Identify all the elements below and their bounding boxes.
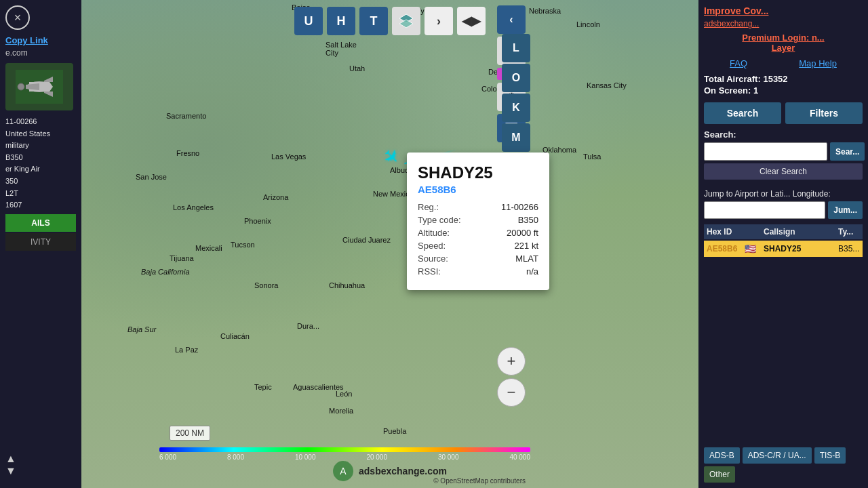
popup-type-value: B350 xyxy=(518,215,538,225)
faq-link[interactable]: FAQ xyxy=(730,58,747,68)
panel-btn-l[interactable]: L xyxy=(502,34,530,62)
popup-row-type: Type code: B350 xyxy=(418,215,538,225)
jump-row: Jum... xyxy=(704,201,863,219)
popup-type-label: Type code: xyxy=(418,215,461,225)
col-hexid: Hex ID xyxy=(704,227,745,237)
popup-rssi-value: n/a xyxy=(526,266,538,277)
popup-reg-label: Reg.: xyxy=(418,202,439,212)
aircraft-thumbnail xyxy=(5,63,73,110)
popup-rssi-label: RSSI: xyxy=(418,266,441,277)
source-tab-adsc[interactable]: ADS-C/R / UA... xyxy=(743,447,812,464)
premium-login-link[interactable]: Premium Login: n... Layer xyxy=(704,33,863,53)
activity-button[interactable]: IVITY xyxy=(5,233,76,251)
zoom-out-button[interactable]: − xyxy=(497,378,526,407)
altitude-bar-container: 6 000 8 000 10 000 20 000 30 000 40 000 xyxy=(159,447,530,461)
popup-row-speed: Speed: 221 kt xyxy=(418,241,538,251)
row-type: B35... xyxy=(835,244,863,253)
aircraft-popup: SHADY25 AE58B6 Reg.: 11-00266 Type code:… xyxy=(407,152,549,290)
adsb-link[interactable]: adsbexchang... xyxy=(704,19,863,28)
source-tab-adsb[interactable]: ADS-B xyxy=(704,447,740,464)
panel-btn-m[interactable]: M xyxy=(502,123,530,152)
toolbar-btn-h[interactable]: H xyxy=(327,7,355,35)
sidebar-icao: 1607 xyxy=(5,199,76,211)
source-tab-other[interactable]: Other xyxy=(704,466,735,483)
stats-onscreen: On Screen: 1 xyxy=(704,85,863,96)
right-sidebar: Improve Cov... adsbexchang... Premium Lo… xyxy=(698,0,868,488)
source-tabs: ADS-B ADS-C/R / UA... TIS-B Other xyxy=(704,447,863,483)
sidebar-up-arrow[interactable]: ▲ xyxy=(5,453,16,465)
aircraft-image-svg xyxy=(16,70,63,104)
row-flag: 🇺🇸 xyxy=(745,243,761,254)
toolbar-btn-u[interactable]: U xyxy=(294,7,323,35)
map-toolbar: U H T › ◀▶ xyxy=(294,7,486,35)
col-type: Ty... xyxy=(835,227,863,237)
details-button[interactable]: AILS xyxy=(5,214,76,232)
popup-speed-value: 221 kt xyxy=(515,241,538,251)
search-label: Search: xyxy=(704,129,863,140)
osm-text: © OpenStreetMap contributers xyxy=(433,477,526,485)
sidebar-down-arrow[interactable]: ▼ xyxy=(5,465,16,477)
altitude-labels: 6 000 8 000 10 000 20 000 30 000 40 000 xyxy=(159,453,530,461)
osm-attribution: © OpenStreetMap contributers xyxy=(433,477,526,485)
row-callsign: SHADY25 xyxy=(761,244,835,253)
popup-row-altitude: Altitude: 20000 ft xyxy=(418,228,538,238)
watermark-logo: A xyxy=(333,461,353,481)
sidebar-type-code: B350 xyxy=(5,152,76,164)
popup-altitude-value: 20000 ft xyxy=(507,228,538,238)
sidebar-military: military xyxy=(5,140,76,152)
alt-label-3: 20 000 xyxy=(366,453,387,461)
toolbar-btn-double[interactable]: ◀▶ xyxy=(457,7,486,35)
alt-label-4: 30 000 xyxy=(438,453,459,461)
scale-bar: 200 NM xyxy=(170,426,210,441)
svg-marker-8 xyxy=(399,20,413,28)
filters-button[interactable]: Filters xyxy=(785,102,863,124)
search-row: Sear... xyxy=(704,142,863,161)
toolbar-btn-layers[interactable] xyxy=(392,7,420,35)
improve-cov-link[interactable]: Improve Cov... xyxy=(704,5,863,16)
popup-altitude-label: Altitude: xyxy=(418,228,450,238)
source-tab-tisb[interactable]: TIS-B xyxy=(814,447,846,464)
right-links: FAQ Map Help xyxy=(704,58,863,68)
alt-label-0: 6 000 xyxy=(159,453,176,461)
clear-search-button[interactable]: Clear Search xyxy=(704,163,863,180)
alt-label-2: 10 000 xyxy=(295,453,316,461)
action-buttons: Search Filters xyxy=(704,102,863,124)
table-header: Hex ID Callsign Ty... xyxy=(704,224,863,239)
map-help-link[interactable]: Map Help xyxy=(799,58,837,68)
popup-source-label: Source: xyxy=(418,253,448,264)
popup-hexid: AE58B6 xyxy=(418,184,538,195)
toolbar-btn-t[interactable]: T xyxy=(359,7,388,35)
popup-callsign: SHADY25 xyxy=(418,163,538,182)
search-action-button[interactable]: Sear... xyxy=(830,142,865,161)
svg-point-6 xyxy=(18,83,24,90)
zoom-in-button[interactable]: + xyxy=(497,347,526,375)
search-button[interactable]: Search xyxy=(704,102,781,124)
sidebar-reg: 11-00266 xyxy=(5,116,76,128)
panel-btn-o[interactable]: O xyxy=(502,64,530,92)
layers-icon xyxy=(398,13,414,29)
search-input[interactable] xyxy=(704,142,827,161)
sidebar-transponder: L2T xyxy=(5,188,76,200)
popup-reg-value: 11-00266 xyxy=(501,202,538,212)
jump-button[interactable]: Jum... xyxy=(828,201,863,219)
alt-label-1: 8 000 xyxy=(227,453,244,461)
row-hexid: AE58B6 xyxy=(704,244,745,253)
map-area[interactable]: Boise Salt LakeCity Wyoming Nebraska Lin… xyxy=(81,0,698,488)
aircraft-table: Hex ID Callsign Ty... AE58B6 🇺🇸 SHADY25 … xyxy=(704,224,863,443)
watermark-text: adsbexchange.com xyxy=(359,466,447,476)
improve-cov-text: Improve Cov... xyxy=(704,5,768,16)
sidebar-aircraft-name: er King Air xyxy=(5,163,76,176)
table-row[interactable]: AE58B6 🇺🇸 SHADY25 B35... xyxy=(704,241,863,257)
popup-row-reg: Reg.: 11-00266 xyxy=(418,202,538,212)
left-sidebar: × Copy Link e.com 11-00266 United States… xyxy=(0,0,81,488)
jump-input[interactable] xyxy=(704,201,825,219)
panel-back-button[interactable]: ‹ xyxy=(497,5,526,34)
panel-btn-k[interactable]: K xyxy=(502,94,530,122)
popup-speed-label: Speed: xyxy=(418,241,446,251)
copy-link[interactable]: Copy Link xyxy=(5,35,48,45)
altitude-bar xyxy=(159,447,530,452)
close-button[interactable]: × xyxy=(5,5,30,30)
popup-row-rssi: RSSI: n/a xyxy=(418,266,538,277)
col-flag xyxy=(745,227,761,237)
toolbar-btn-next[interactable]: › xyxy=(425,7,453,35)
